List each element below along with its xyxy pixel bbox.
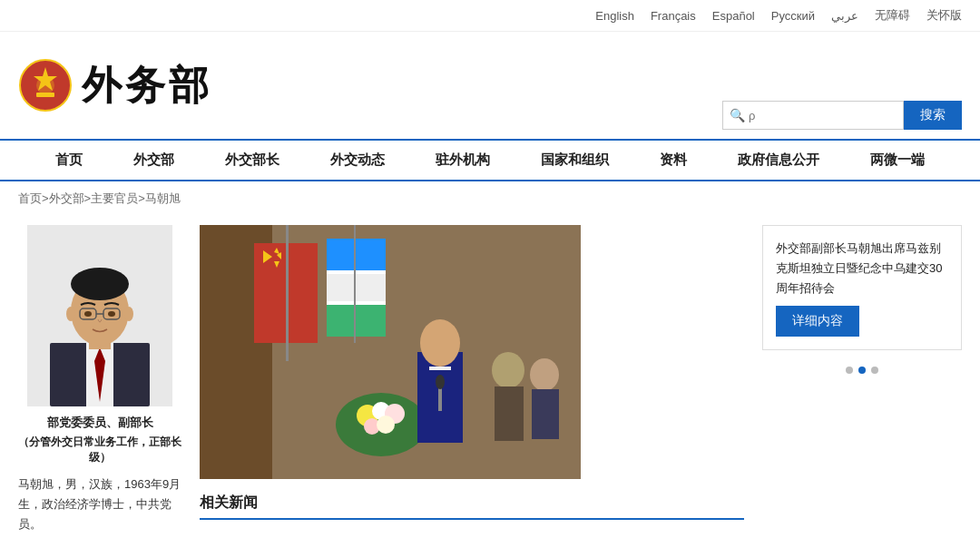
- center-panel: 相关新闻: [200, 225, 744, 520]
- nav-govt-info[interactable]: 政府信息公开: [712, 141, 845, 180]
- svg-point-37: [377, 416, 395, 434]
- svg-rect-47: [286, 225, 289, 361]
- lang-french[interactable]: Français: [651, 9, 696, 23]
- svg-rect-48: [354, 225, 356, 343]
- official-bio: 马朝旭，男，汉族，1963年9月生，政治经济学博士，中共党员。: [18, 474, 181, 534]
- search-button[interactable]: 搜索: [904, 101, 962, 130]
- svg-point-43: [492, 352, 524, 388]
- lang-accessible[interactable]: 无障碍: [875, 7, 910, 24]
- news-card: 外交部副部长马朝旭出席马兹别克斯坦独立日暨纪念中乌建交30周年招待会 详细内容: [762, 225, 962, 350]
- svg-point-2: [36, 76, 54, 94]
- nav-minister[interactable]: 外交部长: [200, 141, 305, 180]
- nav-social[interactable]: 两微一端: [845, 141, 950, 180]
- national-emblem: [18, 58, 73, 112]
- detail-button[interactable]: 详细内容: [776, 306, 859, 337]
- news-card-text: 外交部副部长马朝旭出席马兹别克斯坦独立日暨纪念中乌建交30周年招待会: [776, 239, 948, 298]
- nav-missions[interactable]: 驻外机构: [410, 141, 515, 180]
- svg-rect-18: [50, 343, 77, 406]
- official-panel: 部党委委员、副部长 （分管外交日常业务工作，正部长级） 马朝旭，男，汉族，196…: [18, 225, 181, 534]
- svg-rect-19: [122, 343, 150, 406]
- svg-rect-29: [327, 274, 386, 301]
- main-content: 部党委委员、副部长 （分管外交日常业务工作，正部长级） 马朝旭，男，汉族，196…: [0, 216, 980, 538]
- svg-point-39: [420, 319, 460, 367]
- svg-rect-3: [36, 93, 54, 97]
- search-wrapper: 🔍: [722, 101, 904, 130]
- dot-2[interactable]: [858, 367, 866, 374]
- svg-rect-44: [495, 386, 524, 441]
- nav-ministry[interactable]: 外交部: [108, 141, 200, 180]
- lang-spanish[interactable]: Español: [712, 9, 755, 23]
- svg-rect-31: [327, 305, 386, 337]
- lang-english[interactable]: English: [595, 9, 634, 23]
- logo-area: 外务部: [18, 58, 212, 112]
- main-event-photo: [200, 225, 581, 479]
- dot-1[interactable]: [846, 367, 853, 374]
- svg-point-16: [66, 307, 75, 321]
- official-portrait: [27, 225, 172, 406]
- svg-rect-30: [327, 301, 386, 305]
- svg-rect-40: [429, 367, 451, 370]
- related-news-heading: 相关新闻: [200, 494, 744, 520]
- nav-diplomacy[interactable]: 外交动态: [305, 141, 410, 180]
- svg-point-17: [124, 307, 133, 321]
- nav-materials[interactable]: 资料: [634, 141, 712, 180]
- top-language-bar: English Français Español Русский عربي 无障…: [0, 0, 980, 32]
- lang-care-version[interactable]: 关怀版: [926, 7, 962, 24]
- nav-countries[interactable]: 国家和组织: [515, 141, 634, 180]
- official-subtitle: （分管外交日常业务工作，正部长级）: [18, 435, 181, 465]
- header: 外务部 🔍 搜索: [0, 32, 980, 139]
- ministry-logo-text: 外务部: [82, 59, 212, 112]
- svg-point-14: [84, 311, 92, 317]
- lang-russian[interactable]: Русский: [771, 9, 815, 23]
- svg-point-15: [108, 311, 115, 317]
- svg-point-45: [530, 358, 559, 391]
- dot-3[interactable]: [871, 367, 878, 374]
- search-input[interactable]: [722, 101, 904, 130]
- breadcrumb: 首页>外交部>主要官员>马朝旭: [0, 181, 980, 216]
- carousel-dots: [762, 367, 962, 374]
- svg-point-42: [436, 375, 445, 389]
- nav-bar: 首页 外交部 外交部长 外交动态 驻外机构 国家和组织 资料 政府信息公开 两微…: [0, 139, 980, 181]
- right-panel: 外交部副部长马朝旭出席马兹别克斯坦独立日暨纪念中乌建交30周年招待会 详细内容: [762, 225, 962, 374]
- nav-home[interactable]: 首页: [30, 141, 108, 180]
- svg-rect-28: [327, 270, 386, 274]
- svg-rect-27: [327, 239, 386, 270]
- svg-point-10: [71, 268, 129, 300]
- svg-rect-46: [532, 389, 559, 439]
- lang-arabic[interactable]: عربي: [831, 9, 858, 23]
- official-title: 部党委委员、副部长: [47, 414, 153, 433]
